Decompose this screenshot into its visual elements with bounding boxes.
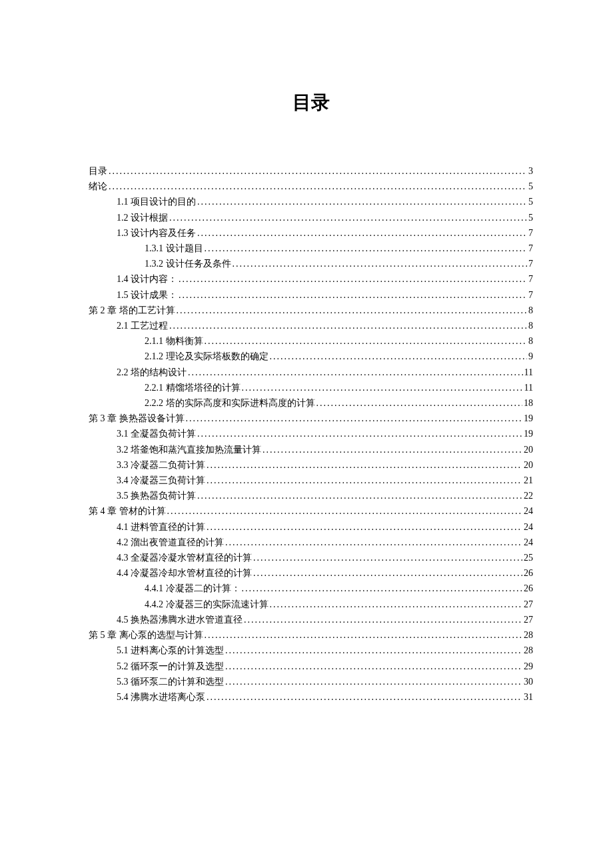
toc-entry-label: 第 3 章 换热器设备计算 <box>89 411 185 426</box>
toc-leader-dots <box>179 271 527 287</box>
toc-leader-dots <box>263 442 522 457</box>
toc-entry: 第 3 章 换热器设备计算19 <box>89 411 533 426</box>
toc-entry-label: 1.3.1 设计题目 <box>145 241 203 256</box>
toc-leader-dots <box>242 380 523 395</box>
toc-entry-label: 5.3 循环泵二的计算和选型 <box>117 674 224 689</box>
toc-entry-page: 28 <box>524 627 533 643</box>
toc-entry-page: 5 <box>528 210 533 225</box>
toc-entry-label: 2.2 塔的结构设计 <box>117 365 187 380</box>
toc-entry-page: 7 <box>528 271 533 287</box>
toc-leader-dots <box>197 194 527 209</box>
toc-entry: 4.5 换热器沸腾水进水管道直径27 <box>89 612 533 627</box>
toc-leader-dots <box>109 179 527 194</box>
toc-entry-label: 2.2.2 塔的实际高度和实际进料高度的计算 <box>145 395 315 411</box>
toc-entry-label: 1.5 设计成果： <box>117 287 177 303</box>
toc-entry-label: 4.5 换热器沸腾水进水管道直径 <box>117 612 243 627</box>
toc-entry: 4.1 进料管直径的计算24 <box>89 519 533 535</box>
toc-entry-page: 9 <box>528 349 533 364</box>
toc-entry-label: 2.1.1 物料衡算 <box>145 333 203 349</box>
table-of-contents: 目录3绪论51.1 项目设计的目的51.2 设计根据51.3 设计内容及任务71… <box>89 163 533 705</box>
toc-leader-dots <box>270 597 523 612</box>
toc-entry-label: 1.4 设计内容： <box>117 271 177 287</box>
toc-entry: 1.1 项目设计的目的5 <box>89 194 533 209</box>
toc-leader-dots <box>316 395 523 411</box>
toc-entry-page: 18 <box>524 395 533 411</box>
toc-entry-page: 27 <box>524 597 533 612</box>
toc-entry-label: 4.4.1 冷凝器二的计算： <box>145 581 241 596</box>
toc-entry-label: 第 2 章 塔的工艺计算 <box>89 303 175 318</box>
toc-leader-dots <box>225 643 522 658</box>
toc-entry: 4.4.1 冷凝器二的计算：26 <box>89 581 533 596</box>
toc-entry: 1.3.2 设计任务及条件7 <box>89 256 533 271</box>
toc-entry: 2.2.1 精馏塔塔径的计算11 <box>89 380 533 395</box>
toc-entry: 第 4 章 管材的计算24 <box>89 503 533 519</box>
toc-leader-dots <box>253 565 522 581</box>
toc-entry: 第 2 章 塔的工艺计算8 <box>89 303 533 318</box>
toc-leader-dots <box>205 241 528 256</box>
toc-entry-page: 26 <box>524 581 533 596</box>
toc-entry-label: 5.1 进料离心泵的计算选型 <box>117 643 224 658</box>
toc-entry-label: 5.2 循环泵一的计算及选型 <box>117 659 224 674</box>
toc-entry: 4.4 冷凝器冷却水管材直径的计算26 <box>89 565 533 581</box>
toc-entry-page: 7 <box>528 256 533 271</box>
toc-entry-page: 24 <box>524 519 533 535</box>
toc-entry: 4.4.2 冷凝器三的实际流速计算27 <box>89 597 533 612</box>
toc-entry-page: 7 <box>528 225 533 241</box>
toc-entry: 3.2 塔釜饱和蒸汽直接加热流量计算20 <box>89 442 533 457</box>
toc-entry-label: 3.4 冷凝器三负荷计算 <box>117 473 205 488</box>
toc-entry-label: 4.2 溜出夜管道直径的计算 <box>117 535 224 550</box>
toc-entry: 3.3 冷凝器二负荷计算20 <box>89 457 533 473</box>
toc-entry-label: 第 5 章 离心泵的选型与计算 <box>89 627 203 643</box>
toc-entry-page: 20 <box>524 457 533 473</box>
toc-entry: 5.4 沸腾水进塔离心泵31 <box>89 689 533 705</box>
toc-entry-page: 7 <box>528 241 533 256</box>
toc-entry-page: 5 <box>528 194 533 209</box>
toc-leader-dots <box>109 163 527 179</box>
toc-entry-label: 1.2 设计根据 <box>117 210 168 225</box>
toc-entry-label: 5.4 沸腾水进塔离心泵 <box>117 689 205 705</box>
toc-entry: 4.2 溜出夜管道直径的计算24 <box>89 535 533 550</box>
toc-entry: 5.1 进料离心泵的计算选型28 <box>89 643 533 658</box>
toc-leader-dots <box>270 349 528 364</box>
toc-leader-dots <box>177 303 528 318</box>
toc-leader-dots <box>233 256 528 271</box>
toc-entry: 2.1.2 理论及实际塔板数的确定9 <box>89 349 533 364</box>
toc-entry-page: 29 <box>524 659 533 674</box>
toc-entry-label: 2.1 工艺过程 <box>117 318 168 333</box>
toc-entry: 4.3 全凝器冷凝水管材直径的计算25 <box>89 550 533 565</box>
toc-leader-dots <box>244 612 522 627</box>
toc-entry-page: 24 <box>524 535 533 550</box>
toc-entry-label: 4.1 进料管直径的计算 <box>117 519 205 535</box>
toc-entry-label: 第 4 章 管材的计算 <box>89 503 166 519</box>
toc-entry-page: 8 <box>528 318 533 333</box>
toc-leader-dots <box>207 457 522 473</box>
toc-entry-page: 8 <box>528 333 533 349</box>
toc-entry: 3.1 全凝器负荷计算19 <box>89 426 533 441</box>
toc-entry-label: 3.1 全凝器负荷计算 <box>117 426 196 441</box>
toc-leader-dots <box>253 550 522 565</box>
toc-entry: 5.3 循环泵二的计算和选型30 <box>89 674 533 689</box>
toc-entry-label: 3.5 换热器负荷计算 <box>117 488 196 503</box>
toc-entry-page: 28 <box>524 643 533 658</box>
toc-leader-dots <box>205 333 528 349</box>
toc-entry-page: 5 <box>528 179 533 194</box>
toc-entry-page: 8 <box>528 303 533 318</box>
toc-leader-dots <box>167 503 523 519</box>
toc-entry-label: 2.2.1 精馏塔塔径的计算 <box>145 380 241 395</box>
toc-entry-label: 1.3.2 设计任务及条件 <box>145 256 231 271</box>
toc-leader-dots <box>197 225 527 241</box>
toc-leader-dots <box>207 519 522 535</box>
toc-leader-dots <box>179 287 527 303</box>
toc-entry: 5.2 循环泵一的计算及选型29 <box>89 659 533 674</box>
toc-leader-dots <box>242 581 523 596</box>
toc-entry: 第 5 章 离心泵的选型与计算28 <box>89 627 533 643</box>
toc-entry-page: 20 <box>524 442 533 457</box>
toc-leader-dots <box>225 674 522 689</box>
toc-entry: 目录3 <box>89 163 533 179</box>
toc-entry-label: 4.4 冷凝器冷却水管材直径的计算 <box>117 565 252 581</box>
toc-entry-label: 目录 <box>89 163 107 179</box>
toc-entry: 1.5 设计成果：7 <box>89 287 533 303</box>
toc-entry-label: 4.4.2 冷凝器三的实际流速计算 <box>145 597 269 612</box>
toc-entry-page: 7 <box>528 287 533 303</box>
toc-entry-page: 24 <box>524 503 533 519</box>
